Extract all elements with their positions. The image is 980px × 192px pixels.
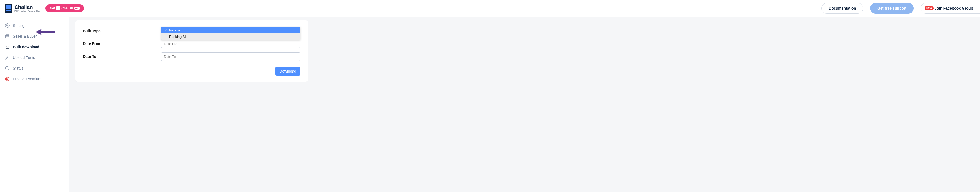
pen-icon xyxy=(5,55,10,60)
sidebar-item-status[interactable]: Status xyxy=(0,63,69,74)
download-button[interactable]: Download xyxy=(275,67,301,76)
sidebar-item-free-vs-premium[interactable]: Free vs Premium xyxy=(0,74,69,84)
date-from-label: Date From xyxy=(83,42,161,46)
bulk-download-card: Bulk Type ✓ Invoice Packing Slip xyxy=(75,20,308,82)
svg-line-7 xyxy=(8,79,8,80)
svg-point-0 xyxy=(7,25,8,27)
gear-icon xyxy=(5,23,10,28)
option-label: Packing Slip xyxy=(169,35,188,39)
logo: Challan PDF Invoice | Packing Slip xyxy=(5,4,40,13)
sidebar-item-settings[interactable]: Settings xyxy=(0,20,69,31)
info-circle-icon xyxy=(5,66,10,71)
svg-line-8 xyxy=(6,79,7,80)
storefront-icon xyxy=(5,34,10,39)
invoice-card-icon xyxy=(56,6,60,10)
fb-label: Join Facebook Group xyxy=(935,6,973,10)
check-icon: ✓ xyxy=(164,28,168,32)
option-label: Invoice xyxy=(169,28,180,32)
pro-get-label: Get xyxy=(50,6,55,10)
pro-word: Challan xyxy=(62,6,73,10)
get-challan-pro-button[interactable]: Get Challan PRO xyxy=(45,4,84,12)
join-facebook-group-button[interactable]: NEW Join Facebook Group xyxy=(921,3,980,14)
date-to-label: Date To xyxy=(83,54,161,59)
bulk-type-dropdown: ✓ Invoice Packing Slip xyxy=(161,27,301,40)
new-badge: NEW xyxy=(925,6,933,10)
challan-logo-icon xyxy=(5,4,12,13)
sidebar-item-bulk-download[interactable]: Bulk download xyxy=(0,42,69,52)
svg-line-9 xyxy=(8,78,8,79)
documentation-button[interactable]: Documentation xyxy=(821,3,863,14)
pro-badge: PRO xyxy=(74,7,80,9)
bulk-type-label: Bulk Type xyxy=(83,29,161,33)
sidebar-item-label: Seller & Buyer xyxy=(13,34,37,38)
logo-subtitle: PDF Invoice | Packing Slip xyxy=(14,10,40,12)
download-icon xyxy=(5,44,10,49)
bulk-type-option-packing-slip[interactable]: Packing Slip xyxy=(161,33,300,40)
sidebar-item-label: Status xyxy=(13,66,24,71)
sidebar-item-label: Bulk download xyxy=(13,45,40,49)
logo-title: Challan xyxy=(14,5,40,9)
get-free-support-button[interactable]: Get free support xyxy=(870,3,914,14)
sidebar: Settings Seller & Buyer Bulk download Up… xyxy=(0,17,69,192)
sidebar-item-label: Upload Fonts xyxy=(13,55,35,60)
sidebar-item-upload-fonts[interactable]: Upload Fonts xyxy=(0,52,69,63)
life-ring-icon xyxy=(5,77,10,81)
main-content: Bulk Type ✓ Invoice Packing Slip xyxy=(69,17,980,192)
sidebar-item-label: Settings xyxy=(13,24,27,28)
sidebar-item-label: Free vs Premium xyxy=(13,77,41,81)
svg-line-6 xyxy=(6,78,7,79)
date-to-input[interactable] xyxy=(161,52,301,61)
sidebar-item-seller-buyer[interactable]: Seller & Buyer xyxy=(0,31,69,42)
bulk-type-option-invoice[interactable]: ✓ Invoice xyxy=(161,27,300,33)
svg-point-5 xyxy=(6,78,8,80)
topbar: Challan PDF Invoice | Packing Slip Get C… xyxy=(0,0,980,17)
date-from-input[interactable] xyxy=(161,39,301,48)
